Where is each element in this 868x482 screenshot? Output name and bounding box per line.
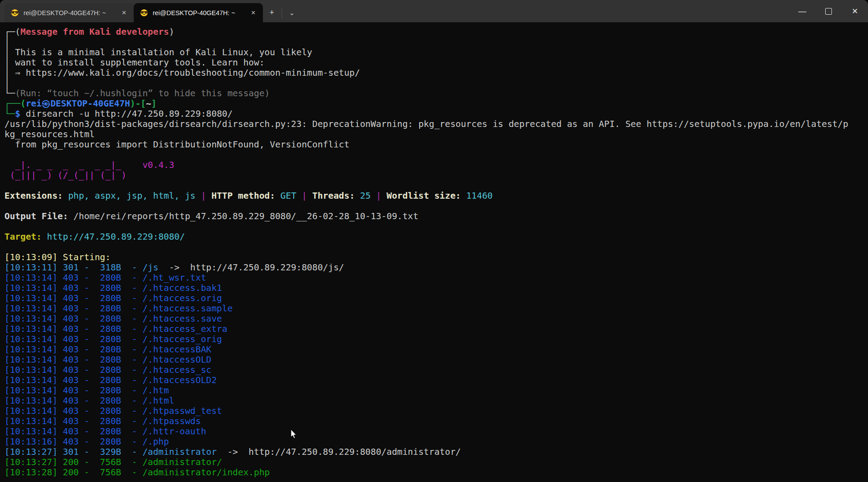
terminal-line: [10:13:11] 301 - 318B - /js -> http://47… <box>4 262 868 273</box>
tabbar-divider <box>282 8 282 18</box>
terminal-line: Extensions: php, aspx, jsp, html, js | H… <box>4 191 868 201</box>
maximize-button[interactable] <box>815 0 842 22</box>
terminal-line: [10:13:14] 403 - 280B - /.htaccess_extra <box>4 324 868 334</box>
terminal-line <box>4 221 868 232</box>
terminal-line: │ This is a minimal installation of Kali… <box>4 47 868 57</box>
terminal-line: [10:13:14] 403 - 280B - /.htpasswd_test <box>4 406 868 416</box>
terminal-line <box>4 150 868 160</box>
terminal-line: [10:13:14] 403 - 280B - /.htaccessOLD2 <box>4 375 868 385</box>
terminal-line: [10:13:14] 403 - 280B - /.htaccess_orig <box>4 334 868 344</box>
terminal-window: 😎 rei@DESKTOP-40GE47H: ~ ✕ 😎 rei@DESKTOP… <box>0 0 868 482</box>
tab-close-icon[interactable]: ✕ <box>248 9 258 16</box>
tab-dropdown-button[interactable]: ⌄ <box>283 3 301 22</box>
tab-active[interactable]: 😎 rei@DESKTOP-40GE47H: ~ ✕ <box>134 3 263 22</box>
terminal-line: [10:13:14] 403 - 280B - /.htaccess.sampl… <box>4 303 868 314</box>
terminal-line: [10:13:27] 301 - 329B - /administrator -… <box>4 447 868 457</box>
tab-strip: 😎 rei@DESKTOP-40GE47H: ~ ✕ 😎 rei@DESKTOP… <box>0 0 301 22</box>
terminal-line: └─(Run: “touch ~/.hushlogin” to hide thi… <box>4 88 868 98</box>
tab-title: rei@DESKTOP-40GE47H: ~ <box>24 9 119 16</box>
terminal-line: │ want to install supplementary tools. L… <box>4 57 868 68</box>
terminal-line: kg_resources.html <box>4 129 868 139</box>
window-controls: — ✕ <box>789 0 868 22</box>
terminal-line: ┌──(rei㉿DESKTOP-40GE47H)-[~] <box>4 98 868 109</box>
terminal-line <box>4 242 868 252</box>
terminal-line: from pkg_resources import DistributionNo… <box>4 139 868 150</box>
terminal-line: Target: http://47.250.89.229:8080/ <box>4 232 868 242</box>
terminal-line: Output File: /home/rei/reports/http_47.2… <box>4 211 868 221</box>
terminal-line: (_||| _) (/_(_|| (_| ) <box>4 170 868 180</box>
close-button[interactable]: ✕ <box>842 0 868 22</box>
terminal-line: │ ⇒ https://www.kali.org/docs/troublesho… <box>4 68 868 78</box>
minimize-button[interactable]: — <box>789 0 815 25</box>
terminal-line: [10:13:09] Starting: <box>4 252 868 262</box>
kali-face-icon: 😎 <box>11 9 19 16</box>
terminal-line: [10:13:14] 403 - 280B - /.htaccess.orig <box>4 293 868 303</box>
terminal-line: ┌─(Message from Kali developers) <box>4 27 868 37</box>
maximize-icon <box>825 8 832 15</box>
terminal-line: [10:13:27] 200 - 756B - /administrator/ <box>4 457 868 467</box>
title-bar[interactable]: 😎 rei@DESKTOP-40GE47H: ~ ✕ 😎 rei@DESKTOP… <box>0 0 868 22</box>
terminal-line <box>4 180 868 191</box>
kali-face-icon: 😎 <box>140 9 148 16</box>
terminal-line: │ <box>4 37 868 47</box>
terminal-line <box>4 201 868 211</box>
terminal-line: [10:13:14] 403 - 280B - /.html <box>4 396 868 406</box>
terminal-line: [10:13:14] 403 - 280B - /.htaccess.save <box>4 314 868 324</box>
terminal-line: /usr/lib/python3/dist-packages/dirsearch… <box>4 119 868 129</box>
terminal-line: [10:13:14] 403 - 280B - /.ht_wsr.txt <box>4 273 868 283</box>
terminal-line: [10:13:14] 403 - 280B - /.htaccess.bak1 <box>4 283 868 293</box>
terminal-line: │ <box>4 78 868 88</box>
terminal-line: [10:13:14] 403 - 280B - /.httr-oauth <box>4 426 868 437</box>
tab-inactive[interactable]: 😎 rei@DESKTOP-40GE47H: ~ ✕ <box>4 3 134 22</box>
terminal-line: [10:13:14] 403 - 280B - /.htaccessOLD <box>4 355 868 365</box>
terminal-line: _|. _ _ _ _ _ _|_ v0.4.3 <box>4 160 868 170</box>
tab-close-icon[interactable]: ✕ <box>119 9 129 16</box>
terminal-line: [10:13:14] 403 - 280B - /.htm <box>4 385 868 396</box>
terminal-line: [10:13:28] 200 - 756B - /administrator/i… <box>4 467 868 478</box>
terminal-line: [10:13:14] 403 - 280B - /.htpasswds <box>4 416 868 426</box>
new-tab-button[interactable]: + <box>263 3 281 22</box>
terminal-line: [10:13:14] 403 - 280B - /.htaccess_sc <box>4 365 868 375</box>
terminal-output[interactable]: ┌─(Message from Kali developers)││ This … <box>0 22 868 478</box>
terminal-line: [10:13:14] 403 - 280B - /.htaccessBAK <box>4 344 868 355</box>
tab-title: rei@DESKTOP-40GE47H: ~ <box>153 9 248 16</box>
terminal-line: [10:13:16] 403 - 280B - /.php <box>4 437 868 447</box>
terminal-line: └─$ dirsearch -u http://47.250.89.229:80… <box>4 109 868 119</box>
